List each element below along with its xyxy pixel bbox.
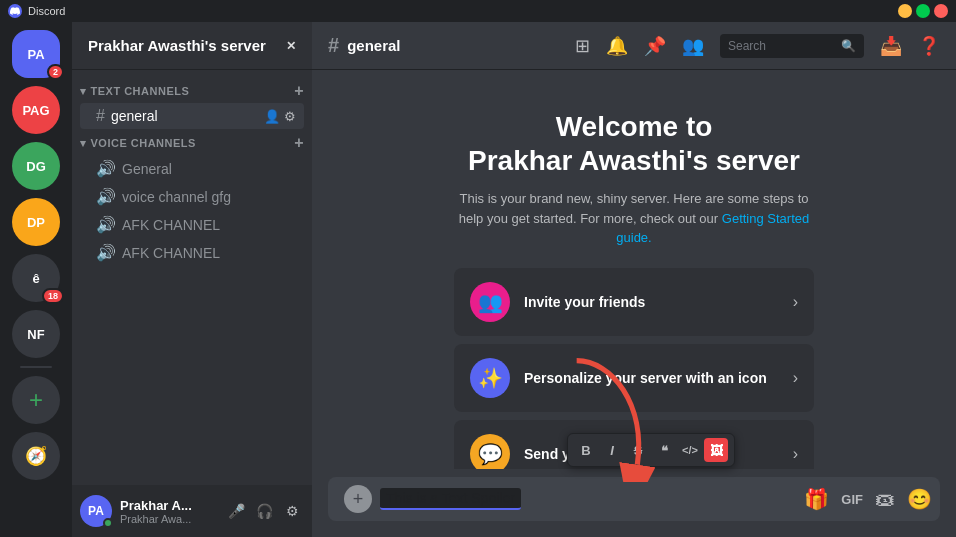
user-controls: 🎤 🎧 ⚙ (224, 499, 304, 523)
content-area: Welcome toPrakhar Awasthi's server This … (312, 70, 956, 537)
italic-button[interactable]: I (600, 438, 624, 462)
collapse-icon: ▾ (80, 85, 87, 98)
channel-actions: 👤 ⚙ (264, 109, 296, 124)
user-panel: PA Prakhar A... Prakhar Awa... 🎤 🎧 ⚙ (72, 485, 312, 537)
input-right-icons: 🎁 GIF 🎟 😊 (804, 487, 932, 511)
code-button[interactable]: </> (678, 438, 702, 462)
pin-icon[interactable]: 📌 (644, 35, 666, 57)
user-info: Prakhar A... Prakhar Awa... (120, 498, 216, 525)
help-icon[interactable]: ❓ (918, 35, 940, 57)
thread-icon[interactable]: ⊞ (575, 35, 590, 57)
user-plus-icon[interactable]: 👤 (264, 109, 280, 124)
hash-icon: # (328, 34, 339, 57)
voice-channels-label: VOICE CHANNELS (91, 137, 196, 149)
voice-channels-header[interactable]: ▾ VOICE CHANNELS + (72, 130, 312, 154)
option-icon-0: 👥 (470, 282, 510, 322)
maximize-button[interactable] (916, 4, 930, 18)
option-icon-2: 💬 (470, 434, 510, 469)
quote-button[interactable]: ❝ (652, 438, 676, 462)
notification-icon[interactable]: 🔔 (606, 35, 628, 57)
explore-servers-button[interactable]: 🧭 (12, 432, 60, 480)
server-badge-pa: 2 (47, 64, 64, 80)
titlebar-title: Discord (28, 5, 65, 17)
channel-item-general[interactable]: 🔊General (80, 155, 304, 182)
server-icon-pag[interactable]: PAG (12, 86, 60, 134)
welcome-container: Welcome toPrakhar Awasthi's server This … (312, 70, 956, 469)
minimize-button[interactable] (898, 4, 912, 18)
channel-name: general (111, 108, 158, 124)
settings-button[interactable]: ⚙ (280, 499, 304, 523)
channel-name: AFK CHANNEL (122, 217, 220, 233)
speaker-icon: 🔊 (96, 159, 116, 178)
close-button[interactable] (934, 4, 948, 18)
attach-button[interactable]: + (344, 485, 372, 513)
channel-name: voice channel gfg (122, 189, 231, 205)
titlebar: Discord (0, 0, 956, 22)
discord-logo (8, 4, 22, 18)
server-header[interactable]: Prakhar Awasthi's server ✕ (72, 22, 312, 70)
channel-name: General (122, 161, 172, 177)
chevron-right-icon: › (793, 445, 798, 463)
speaker-icon: 🔊 (96, 215, 116, 234)
speaker-icon: 🔊 (96, 187, 116, 206)
search-bar: 🔍 (720, 34, 864, 58)
headphone-button[interactable]: 🎧 (252, 499, 276, 523)
channel-item-general[interactable]: # general 👤 ⚙ (80, 103, 304, 129)
search-input[interactable] (728, 39, 837, 53)
strikethrough-button[interactable]: S (626, 438, 650, 462)
hash-icon: # (96, 107, 105, 125)
add-server-button[interactable]: + (12, 376, 60, 424)
server-divider (20, 366, 52, 368)
collapse-voice-icon: ▾ (80, 137, 87, 150)
option-label-0: Invite your friends (524, 294, 779, 310)
welcome-card: Welcome toPrakhar Awasthi's server This … (454, 110, 814, 469)
text-channels-header[interactable]: ▾ TEXT CHANNELS + (72, 78, 312, 102)
welcome-description: This is your brand new, shiny server. He… (454, 189, 814, 248)
channel-sidebar: Prakhar Awasthi's server ✕ ▾ TEXT CHANNE… (72, 22, 312, 537)
sticker-icon[interactable]: 🎟 (875, 488, 895, 511)
gif-button[interactable]: GIF (841, 492, 863, 507)
channels-list: ▾ TEXT CHANNELS + # general 👤 ⚙ ▾ VOICE … (72, 70, 312, 485)
add-voice-channel-button[interactable]: + (294, 134, 304, 152)
server-icon-dg[interactable]: DG (12, 142, 60, 190)
app-container: PA2PAGDGDPê18NF + 🧭 Prakhar Awasthi's se… (0, 22, 956, 537)
welcome-option-1[interactable]: ✨ Personalize your server with an icon › (454, 344, 814, 412)
inbox-icon[interactable]: 📥 (880, 35, 902, 57)
text-channels-label: TEXT CHANNELS (91, 85, 190, 97)
channel-name: AFK CHANNEL (122, 245, 220, 261)
main-content: # general ⊞ 🔔 📌 👥 🔍 📥 ❓ (312, 22, 956, 537)
server-name: Prakhar Awasthi's server (88, 37, 266, 54)
server-icon-dp[interactable]: DP (12, 198, 60, 246)
chevron-down-icon: ✕ (286, 39, 296, 53)
user-tag: Prakhar Awa... (120, 513, 216, 525)
server-sidebar: PA2PAGDGDPê18NF + 🧭 (0, 22, 72, 537)
welcome-option-0[interactable]: 👥 Invite your friends › (454, 268, 814, 336)
channel-item-afk-channel[interactable]: 🔊AFK CHANNEL (80, 239, 304, 266)
topbar: # general ⊞ 🔔 📌 👥 🔍 📥 ❓ (312, 22, 956, 70)
message-input-row: + This is a Text Spoiler 🎁 GIF 🎟 😊 (328, 477, 940, 521)
titlebar-controls (898, 4, 948, 18)
spoiler-text-display: This is a Text Spoiler (380, 488, 521, 510)
add-text-channel-button[interactable]: + (294, 82, 304, 100)
option-icon-1: ✨ (470, 358, 510, 398)
settings-icon[interactable]: ⚙ (284, 109, 296, 124)
channel-item-afk-channel[interactable]: 🔊AFK CHANNEL (80, 211, 304, 238)
microphone-button[interactable]: 🎤 (224, 499, 248, 523)
server-badge-s5: 18 (42, 288, 64, 304)
username: Prakhar A... (120, 498, 216, 513)
search-icon: 🔍 (841, 39, 856, 53)
server-icon-pa[interactable]: PA2 (12, 30, 60, 78)
gift-icon[interactable]: 🎁 (804, 487, 829, 511)
channel-item-voice-channel-gfg[interactable]: 🔊voice channel gfg (80, 183, 304, 210)
emoji-icon[interactable]: 😊 (907, 487, 932, 511)
chevron-right-icon: › (793, 369, 798, 387)
server-icon-s5[interactable]: ê18 (12, 254, 60, 302)
spoiler-button[interactable]: 🖼 (704, 438, 728, 462)
input-content: This is a Text Spoiler (380, 488, 796, 510)
status-dot (103, 518, 113, 528)
server-icon-nf[interactable]: NF (12, 310, 60, 358)
avatar: PA (80, 495, 112, 527)
bold-button[interactable]: B (574, 438, 598, 462)
members-icon[interactable]: 👥 (682, 35, 704, 57)
channel-title: general (347, 37, 400, 54)
